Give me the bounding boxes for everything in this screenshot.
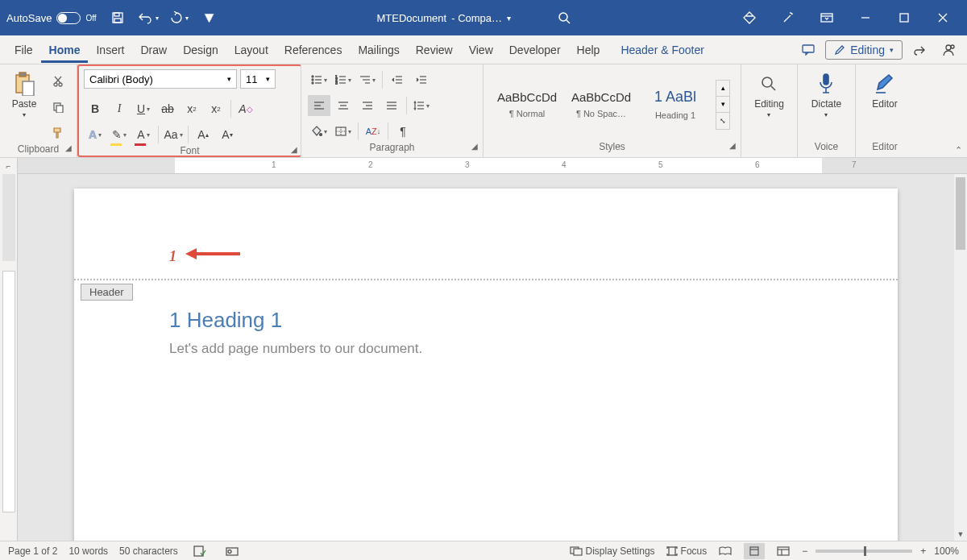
tab-draw[interactable]: Draw: [132, 37, 175, 63]
tab-mailings[interactable]: Mailings: [350, 37, 407, 63]
show-marks-button[interactable]: ¶: [392, 121, 414, 142]
tab-header-footer[interactable]: Header & Footer: [612, 37, 712, 63]
editor-button[interactable]: Editor: [867, 68, 903, 113]
align-right-button[interactable]: [356, 95, 379, 116]
zoom-in-button[interactable]: +: [920, 545, 926, 557]
clipboard-launcher-icon[interactable]: ◢: [65, 143, 72, 152]
undo-icon[interactable]: ▾: [137, 6, 160, 29]
tab-developer[interactable]: Developer: [501, 37, 569, 63]
align-center-button[interactable]: [332, 95, 355, 116]
title-dropdown-icon[interactable]: ▾: [507, 14, 511, 23]
autosave-switch[interactable]: [56, 12, 81, 24]
print-layout-icon[interactable]: [744, 543, 765, 559]
cut-icon[interactable]: [47, 71, 69, 92]
read-mode-icon[interactable]: [715, 543, 736, 559]
vertical-ruler[interactable]: [0, 174, 18, 541]
vertical-scrollbar[interactable]: ▲ ▼: [954, 174, 967, 541]
style-normal[interactable]: AaBbCcDd¶ Normal: [493, 80, 561, 130]
font-launcher-icon[interactable]: ◢: [291, 145, 297, 154]
paste-button[interactable]: Paste ▾: [6, 68, 42, 122]
line-spacing-button[interactable]: [410, 95, 433, 116]
styles-gallery-scroll[interactable]: ▴▾⤡: [716, 80, 730, 130]
sort-button[interactable]: AZ↓: [362, 121, 384, 142]
macros-icon[interactable]: [222, 543, 243, 559]
tab-home[interactable]: Home: [41, 37, 89, 63]
font-color-button[interactable]: A: [132, 124, 155, 145]
shading-button[interactable]: [308, 121, 330, 142]
superscript-button[interactable]: x2: [205, 98, 227, 119]
ruler-corner[interactable]: ⌐: [0, 158, 18, 174]
editing-button[interactable]: Editing ▾: [749, 68, 789, 122]
maximize-button[interactable]: [886, 5, 922, 31]
scroll-thumb[interactable]: [956, 177, 965, 250]
status-page[interactable]: Page 1 of 2: [8, 545, 57, 557]
scroll-down-icon[interactable]: ▼: [954, 528, 967, 541]
page[interactable]: 1 Header 1 Heading 1 Let's add page numb…: [74, 189, 898, 541]
search-icon[interactable]: [553, 6, 575, 29]
save-icon[interactable]: [106, 6, 129, 29]
share-icon[interactable]: [907, 38, 932, 62]
zoom-out-button[interactable]: −: [802, 545, 807, 557]
tab-file[interactable]: File: [6, 37, 41, 63]
zoom-level[interactable]: 100%: [934, 545, 959, 557]
underline-button[interactable]: U: [132, 98, 155, 119]
justify-button[interactable]: [380, 95, 403, 116]
spellcheck-icon[interactable]: [189, 543, 210, 559]
font-name-combo[interactable]: Calibri (Body)▾: [84, 69, 237, 89]
display-settings-button[interactable]: Display Settings: [567, 543, 658, 559]
increase-indent-button[interactable]: [410, 69, 433, 90]
header-tag[interactable]: Header: [81, 284, 133, 301]
comments-icon[interactable]: [796, 38, 820, 62]
status-chars[interactable]: 50 characters: [119, 545, 178, 557]
horizontal-ruler[interactable]: 1 2 3 4 5 6 7: [18, 158, 967, 174]
editing-mode-button[interactable]: Editing ▾: [825, 40, 903, 60]
autosave-toggle[interactable]: AutoSave Off: [6, 12, 97, 24]
decrease-indent-button[interactable]: [386, 69, 409, 90]
bold-button[interactable]: B: [84, 98, 106, 119]
font-size-combo[interactable]: 11▾: [240, 69, 276, 89]
copy-icon[interactable]: [47, 97, 69, 118]
page-viewport[interactable]: 1 Header 1 Heading 1 Let's add page numb…: [18, 174, 967, 541]
style-no-spacing[interactable]: AaBbCcDd¶ No Spac…: [567, 80, 635, 130]
close-button[interactable]: [925, 5, 961, 31]
shrink-font-button[interactable]: A▾: [216, 124, 239, 145]
tab-design[interactable]: Design: [175, 37, 226, 63]
paragraph-launcher-icon[interactable]: ◢: [471, 142, 478, 151]
tab-insert[interactable]: Insert: [88, 37, 132, 63]
grow-font-button[interactable]: A▴: [192, 124, 214, 145]
format-painter-icon[interactable]: [47, 122, 69, 143]
align-left-button[interactable]: [308, 95, 330, 116]
ribbon-options-icon[interactable]: [809, 5, 845, 31]
italic-button[interactable]: I: [108, 98, 131, 119]
bullets-button[interactable]: [308, 69, 330, 90]
redo-icon[interactable]: ▾: [168, 6, 190, 29]
account-icon[interactable]: [936, 38, 961, 62]
web-layout-icon[interactable]: [773, 543, 794, 559]
tab-layout[interactable]: Layout: [226, 37, 276, 63]
tab-help[interactable]: Help: [569, 37, 608, 63]
style-heading1[interactable]: 1 AaBlHeading 1: [641, 80, 709, 130]
multilevel-list-button[interactable]: [356, 69, 379, 90]
styles-launcher-icon[interactable]: ◢: [729, 141, 736, 150]
qat-customize-icon[interactable]: ⯆: [198, 6, 221, 29]
strikethrough-button[interactable]: ab: [156, 98, 179, 119]
numbering-button[interactable]: 123: [332, 69, 355, 90]
borders-button[interactable]: [332, 121, 355, 142]
tab-view[interactable]: View: [461, 37, 501, 63]
text-effects-button[interactable]: A: [84, 124, 106, 145]
status-words[interactable]: 10 words: [68, 545, 108, 557]
focus-button[interactable]: Focus: [666, 543, 708, 559]
tab-review[interactable]: Review: [408, 37, 461, 63]
clear-formatting-button[interactable]: A◇: [234, 98, 257, 119]
highlight-button[interactable]: ✎: [108, 124, 131, 145]
doc-body-text[interactable]: Let's add page numbers to our document.: [169, 341, 803, 357]
change-case-button[interactable]: Aa: [162, 124, 185, 145]
collapse-ribbon-icon[interactable]: ⌃: [955, 145, 962, 156]
wand-icon[interactable]: [770, 5, 806, 31]
diamond-icon[interactable]: [732, 5, 767, 31]
header-page-number[interactable]: 1: [169, 248, 176, 265]
minimize-button[interactable]: [848, 5, 883, 31]
zoom-slider[interactable]: [816, 550, 912, 553]
doc-heading[interactable]: 1 Heading 1: [169, 308, 803, 333]
tab-references[interactable]: References: [276, 37, 351, 63]
